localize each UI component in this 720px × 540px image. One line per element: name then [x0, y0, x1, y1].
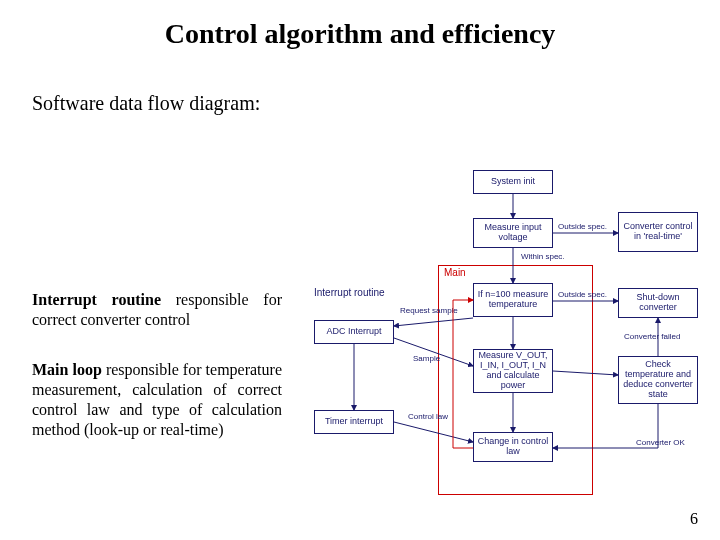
paragraph-interrupt: Interrupt routine responsible for correc…	[32, 290, 282, 330]
paragraph-interrupt-lead: Interrupt routine	[32, 291, 161, 308]
paragraph-mainloop: Main loop responsible for temperature me…	[32, 360, 282, 440]
svg-line-7	[394, 318, 473, 326]
slide-title: Control algorithm and efficiency	[0, 0, 720, 50]
svg-line-6	[553, 371, 618, 375]
flow-diagram: Main System init Measure input voltage I…	[308, 170, 708, 510]
slide-subtitle: Software data flow diagram:	[32, 92, 720, 115]
svg-line-9	[394, 422, 473, 442]
paragraph-mainloop-lead: Main loop	[32, 361, 102, 378]
page-number: 6	[690, 510, 698, 528]
diagram-arrows	[308, 170, 708, 510]
svg-line-8	[394, 338, 473, 366]
